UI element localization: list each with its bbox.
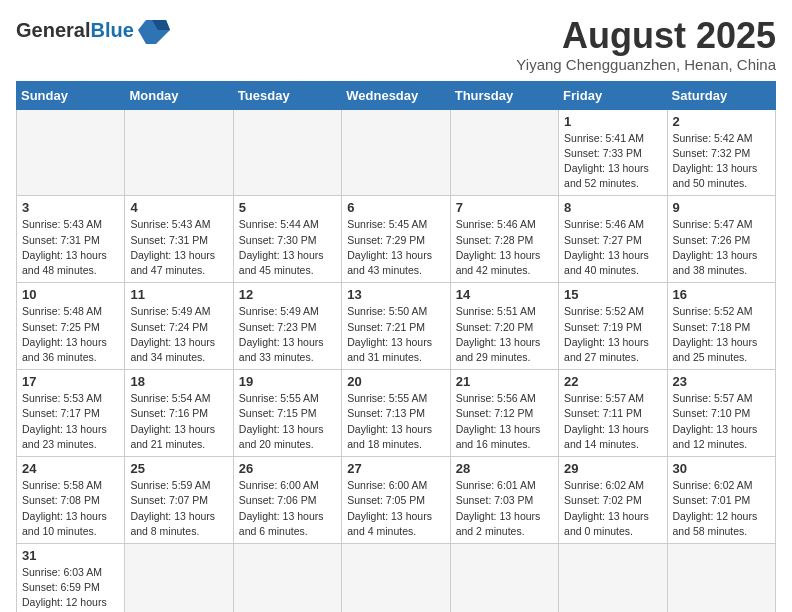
day-number: 3 bbox=[22, 200, 119, 215]
calendar-row-2: 10Sunrise: 5:48 AM Sunset: 7:25 PM Dayli… bbox=[17, 283, 776, 370]
weekday-header-friday: Friday bbox=[559, 81, 667, 109]
day-info: Sunrise: 5:42 AM Sunset: 7:32 PM Dayligh… bbox=[673, 131, 770, 192]
page-header: GeneralBlue August 2025 Yiyang Chengguan… bbox=[16, 16, 776, 73]
weekday-header-monday: Monday bbox=[125, 81, 233, 109]
weekday-header-thursday: Thursday bbox=[450, 81, 558, 109]
calendar-cell-20: 16Sunrise: 5:52 AM Sunset: 7:18 PM Dayli… bbox=[667, 283, 775, 370]
calendar-cell-11: 7Sunrise: 5:46 AM Sunset: 7:28 PM Daylig… bbox=[450, 196, 558, 283]
day-number: 27 bbox=[347, 461, 444, 476]
calendar-cell-34: 30Sunrise: 6:02 AM Sunset: 7:01 PM Dayli… bbox=[667, 457, 775, 544]
calendar-cell-16: 12Sunrise: 5:49 AM Sunset: 7:23 PM Dayli… bbox=[233, 283, 341, 370]
calendar-row-1: 3Sunrise: 5:43 AM Sunset: 7:31 PM Daylig… bbox=[17, 196, 776, 283]
logo-text: GeneralBlue bbox=[16, 19, 134, 41]
calendar-cell-13: 9Sunrise: 5:47 AM Sunset: 7:26 PM Daylig… bbox=[667, 196, 775, 283]
day-info: Sunrise: 5:52 AM Sunset: 7:19 PM Dayligh… bbox=[564, 304, 661, 365]
day-number: 7 bbox=[456, 200, 553, 215]
calendar-cell-2 bbox=[233, 109, 341, 196]
calendar-cell-6: 2Sunrise: 5:42 AM Sunset: 7:32 PM Daylig… bbox=[667, 109, 775, 196]
calendar-cell-35: 31Sunrise: 6:03 AM Sunset: 6:59 PM Dayli… bbox=[17, 543, 125, 612]
calendar-cell-7: 3Sunrise: 5:43 AM Sunset: 7:31 PM Daylig… bbox=[17, 196, 125, 283]
day-info: Sunrise: 5:45 AM Sunset: 7:29 PM Dayligh… bbox=[347, 217, 444, 278]
day-number: 4 bbox=[130, 200, 227, 215]
day-info: Sunrise: 5:50 AM Sunset: 7:21 PM Dayligh… bbox=[347, 304, 444, 365]
day-info: Sunrise: 5:51 AM Sunset: 7:20 PM Dayligh… bbox=[456, 304, 553, 365]
day-info: Sunrise: 6:02 AM Sunset: 7:01 PM Dayligh… bbox=[673, 478, 770, 539]
day-number: 11 bbox=[130, 287, 227, 302]
calendar-cell-40 bbox=[559, 543, 667, 612]
calendar-cell-10: 6Sunrise: 5:45 AM Sunset: 7:29 PM Daylig… bbox=[342, 196, 450, 283]
day-number: 31 bbox=[22, 548, 119, 563]
calendar-row-5: 31Sunrise: 6:03 AM Sunset: 6:59 PM Dayli… bbox=[17, 543, 776, 612]
day-info: Sunrise: 5:56 AM Sunset: 7:12 PM Dayligh… bbox=[456, 391, 553, 452]
weekday-header-saturday: Saturday bbox=[667, 81, 775, 109]
calendar-cell-38 bbox=[342, 543, 450, 612]
calendar-cell-33: 29Sunrise: 6:02 AM Sunset: 7:02 PM Dayli… bbox=[559, 457, 667, 544]
day-info: Sunrise: 5:44 AM Sunset: 7:30 PM Dayligh… bbox=[239, 217, 336, 278]
day-number: 12 bbox=[239, 287, 336, 302]
calendar-cell-32: 28Sunrise: 6:01 AM Sunset: 7:03 PM Dayli… bbox=[450, 457, 558, 544]
day-number: 21 bbox=[456, 374, 553, 389]
calendar-cell-41 bbox=[667, 543, 775, 612]
weekday-header-sunday: Sunday bbox=[17, 81, 125, 109]
calendar-cell-26: 22Sunrise: 5:57 AM Sunset: 7:11 PM Dayli… bbox=[559, 370, 667, 457]
day-number: 10 bbox=[22, 287, 119, 302]
day-number: 15 bbox=[564, 287, 661, 302]
day-number: 20 bbox=[347, 374, 444, 389]
day-number: 6 bbox=[347, 200, 444, 215]
day-number: 17 bbox=[22, 374, 119, 389]
calendar-cell-28: 24Sunrise: 5:58 AM Sunset: 7:08 PM Dayli… bbox=[17, 457, 125, 544]
logo-icon bbox=[138, 16, 170, 44]
title-block: August 2025 Yiyang Chengguanzhen, Henan,… bbox=[516, 16, 776, 73]
calendar-cell-18: 14Sunrise: 5:51 AM Sunset: 7:20 PM Dayli… bbox=[450, 283, 558, 370]
calendar-cell-3 bbox=[342, 109, 450, 196]
day-info: Sunrise: 6:00 AM Sunset: 7:06 PM Dayligh… bbox=[239, 478, 336, 539]
logo: GeneralBlue bbox=[16, 16, 170, 44]
location-subtitle: Yiyang Chengguanzhen, Henan, China bbox=[516, 56, 776, 73]
day-info: Sunrise: 5:59 AM Sunset: 7:07 PM Dayligh… bbox=[130, 478, 227, 539]
calendar-cell-29: 25Sunrise: 5:59 AM Sunset: 7:07 PM Dayli… bbox=[125, 457, 233, 544]
calendar-row-3: 17Sunrise: 5:53 AM Sunset: 7:17 PM Dayli… bbox=[17, 370, 776, 457]
day-info: Sunrise: 5:48 AM Sunset: 7:25 PM Dayligh… bbox=[22, 304, 119, 365]
calendar-cell-21: 17Sunrise: 5:53 AM Sunset: 7:17 PM Dayli… bbox=[17, 370, 125, 457]
month-title: August 2025 bbox=[516, 16, 776, 56]
day-number: 28 bbox=[456, 461, 553, 476]
day-number: 14 bbox=[456, 287, 553, 302]
day-info: Sunrise: 5:46 AM Sunset: 7:28 PM Dayligh… bbox=[456, 217, 553, 278]
calendar-cell-12: 8Sunrise: 5:46 AM Sunset: 7:27 PM Daylig… bbox=[559, 196, 667, 283]
day-info: Sunrise: 5:49 AM Sunset: 7:23 PM Dayligh… bbox=[239, 304, 336, 365]
day-number: 30 bbox=[673, 461, 770, 476]
weekday-header-tuesday: Tuesday bbox=[233, 81, 341, 109]
day-info: Sunrise: 5:49 AM Sunset: 7:24 PM Dayligh… bbox=[130, 304, 227, 365]
day-info: Sunrise: 5:55 AM Sunset: 7:13 PM Dayligh… bbox=[347, 391, 444, 452]
day-info: Sunrise: 5:41 AM Sunset: 7:33 PM Dayligh… bbox=[564, 131, 661, 192]
day-info: Sunrise: 5:55 AM Sunset: 7:15 PM Dayligh… bbox=[239, 391, 336, 452]
calendar-cell-22: 18Sunrise: 5:54 AM Sunset: 7:16 PM Dayli… bbox=[125, 370, 233, 457]
day-number: 24 bbox=[22, 461, 119, 476]
calendar-cell-39 bbox=[450, 543, 558, 612]
day-info: Sunrise: 6:03 AM Sunset: 6:59 PM Dayligh… bbox=[22, 565, 119, 612]
calendar-cell-31: 27Sunrise: 6:00 AM Sunset: 7:05 PM Dayli… bbox=[342, 457, 450, 544]
day-info: Sunrise: 5:57 AM Sunset: 7:11 PM Dayligh… bbox=[564, 391, 661, 452]
day-info: Sunrise: 5:43 AM Sunset: 7:31 PM Dayligh… bbox=[22, 217, 119, 278]
day-number: 5 bbox=[239, 200, 336, 215]
calendar-cell-0 bbox=[17, 109, 125, 196]
day-info: Sunrise: 5:58 AM Sunset: 7:08 PM Dayligh… bbox=[22, 478, 119, 539]
calendar-cell-23: 19Sunrise: 5:55 AM Sunset: 7:15 PM Dayli… bbox=[233, 370, 341, 457]
day-number: 19 bbox=[239, 374, 336, 389]
day-info: Sunrise: 6:02 AM Sunset: 7:02 PM Dayligh… bbox=[564, 478, 661, 539]
calendar-row-0: 1Sunrise: 5:41 AM Sunset: 7:33 PM Daylig… bbox=[17, 109, 776, 196]
calendar-table: SundayMondayTuesdayWednesdayThursdayFrid… bbox=[16, 81, 776, 612]
calendar-cell-15: 11Sunrise: 5:49 AM Sunset: 7:24 PM Dayli… bbox=[125, 283, 233, 370]
calendar-cell-36 bbox=[125, 543, 233, 612]
calendar-cell-19: 15Sunrise: 5:52 AM Sunset: 7:19 PM Dayli… bbox=[559, 283, 667, 370]
calendar-cell-1 bbox=[125, 109, 233, 196]
calendar-cell-17: 13Sunrise: 5:50 AM Sunset: 7:21 PM Dayli… bbox=[342, 283, 450, 370]
calendar-cell-24: 20Sunrise: 5:55 AM Sunset: 7:13 PM Dayli… bbox=[342, 370, 450, 457]
day-info: Sunrise: 5:43 AM Sunset: 7:31 PM Dayligh… bbox=[130, 217, 227, 278]
day-number: 1 bbox=[564, 114, 661, 129]
day-number: 2 bbox=[673, 114, 770, 129]
day-info: Sunrise: 6:01 AM Sunset: 7:03 PM Dayligh… bbox=[456, 478, 553, 539]
calendar-cell-25: 21Sunrise: 5:56 AM Sunset: 7:12 PM Dayli… bbox=[450, 370, 558, 457]
day-number: 22 bbox=[564, 374, 661, 389]
day-info: Sunrise: 5:53 AM Sunset: 7:17 PM Dayligh… bbox=[22, 391, 119, 452]
